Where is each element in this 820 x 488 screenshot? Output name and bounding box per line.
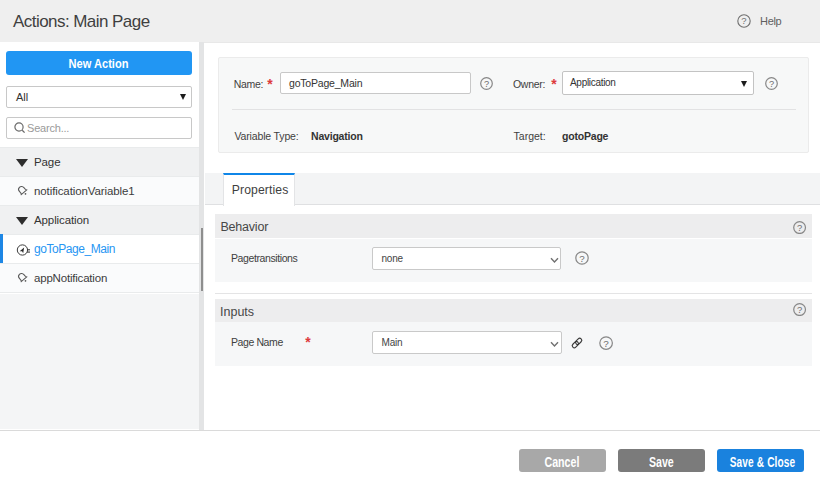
svg-text:?: ? — [797, 304, 802, 315]
svg-text:?: ? — [603, 337, 609, 348]
svg-text:?: ? — [484, 78, 489, 88]
svg-text:?: ? — [741, 15, 746, 26]
svg-text:?: ? — [579, 253, 585, 264]
svg-text:?: ? — [769, 78, 774, 88]
svg-text:?: ? — [797, 222, 802, 233]
